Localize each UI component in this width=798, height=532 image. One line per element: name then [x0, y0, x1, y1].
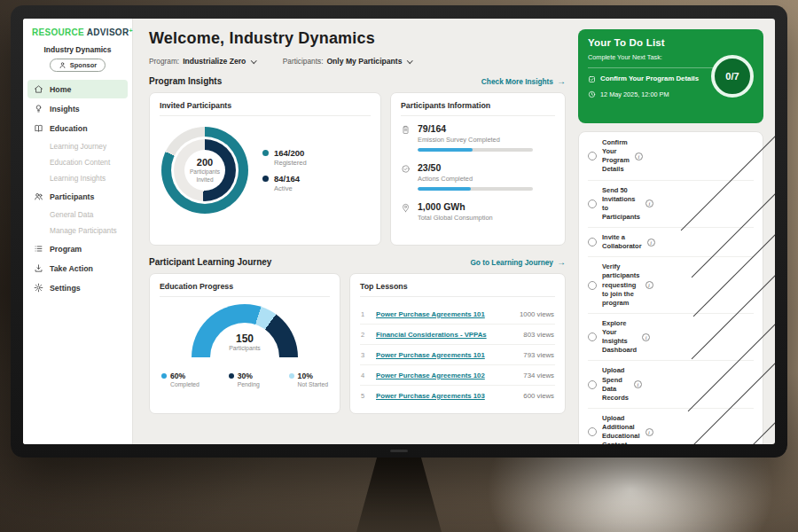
- sidebar-item-settings[interactable]: Settings: [27, 278, 128, 297]
- check-more-insights-link[interactable]: Check More Insights →: [481, 77, 566, 86]
- task-label: Upload Spend Data Records: [602, 366, 629, 403]
- stat-label: Emission Survey Completed: [418, 136, 533, 144]
- sidebar-item-take-action[interactable]: Take Action: [27, 259, 128, 278]
- task-checkbox[interactable]: [588, 427, 597, 436]
- legend-dot: [262, 150, 269, 156]
- org-name: Industry Dynamics: [23, 45, 132, 54]
- task-row[interactable]: Confirm Your Program Details i: [588, 133, 754, 181]
- lesson-row: 1 Power Purchase Agreements 101 1000 vie…: [360, 304, 555, 325]
- logo-advisor: ADVISOR: [87, 27, 129, 37]
- chevron-down-icon: [251, 58, 256, 63]
- legend-dot: [289, 373, 294, 379]
- info-icon[interactable]: i: [642, 333, 650, 341]
- lesson-views: 600 views: [523, 392, 554, 400]
- stat-value: 23/50: [418, 162, 533, 173]
- location-pin-icon: [401, 203, 411, 213]
- todo-next-task[interactable]: Confirm Your Program Details: [588, 67, 714, 83]
- lesson-link[interactable]: Power Purchase Agreements 102: [376, 372, 516, 379]
- sidebar-item-learning-journey[interactable]: Learning Journey: [27, 138, 128, 154]
- lesson-link[interactable]: Financial Considerations - VPPAs: [376, 331, 516, 339]
- card-title: Participants Information: [401, 101, 555, 116]
- todo-next-task-label: Confirm Your Program Details: [600, 74, 699, 82]
- lesson-views: 793 views: [523, 351, 554, 359]
- sidebar-item-learning-insights[interactable]: Learning Insights: [27, 170, 128, 186]
- sidebar-item-manage-participants[interactable]: Manage Participants: [27, 223, 128, 239]
- info-icon[interactable]: i: [645, 428, 653, 436]
- lesson-row: 5 Power Purchase Agreements 103 600 view…: [360, 386, 555, 405]
- program-filter-label: Program:: [149, 57, 179, 66]
- legend-value: 60%: [170, 372, 200, 380]
- sidebar-item-label: Participants: [50, 192, 94, 201]
- task-label: Upload Additional Educational Content: [602, 414, 640, 444]
- sidebar-item-education-content[interactable]: Education Content: [27, 154, 128, 170]
- info-icon[interactable]: i: [647, 239, 655, 246]
- legend-value: 30%: [238, 372, 260, 380]
- progress-bar: [418, 187, 533, 191]
- task-checkbox[interactable]: [588, 152, 597, 160]
- sidebar-item-participants[interactable]: Participants: [27, 187, 128, 206]
- task-checkbox[interactable]: [588, 200, 597, 208]
- lesson-link[interactable]: Power Purchase Agreements 103: [376, 392, 516, 400]
- task-label: Confirm Your Program Details: [602, 138, 630, 175]
- card-title: Education Progress: [160, 282, 330, 297]
- progress-bar: [418, 148, 533, 152]
- program-dropdown[interactable]: Program: Industrialize Zero: [149, 57, 256, 66]
- top-lessons-card: Top Lessons 1 Power Purchase Agreements …: [349, 273, 566, 414]
- legend-dot: [262, 176, 269, 182]
- donut-legend: 164/200 Registered 84/164 Active: [262, 141, 307, 200]
- chevron-down-icon: [408, 58, 413, 63]
- task-checkbox[interactable]: [588, 238, 597, 246]
- link-label: Check More Insights: [481, 77, 553, 86]
- lesson-rank: 1: [361, 310, 369, 318]
- info-icon[interactable]: i: [635, 153, 643, 160]
- info-icon[interactable]: i: [634, 380, 642, 388]
- task-checkbox[interactable]: [588, 380, 597, 389]
- person-icon: [59, 61, 66, 69]
- education-gauge-chart: 150 Participants: [188, 304, 301, 363]
- stat-label: Total Global Consumption: [418, 214, 493, 222]
- task-row[interactable]: Send 50 Invitations to Participants i: [588, 181, 754, 229]
- legend-label: Active: [274, 184, 300, 192]
- invited-donut-chart: 200 Participants Invited: [161, 127, 248, 214]
- participants-filter-value: Only My Participants: [326, 57, 402, 66]
- sidebar-item-label: Program: [50, 245, 82, 254]
- stat-value: 79/164: [418, 123, 533, 134]
- todo-next-time: 12 May 2025, 12:00 PM: [588, 90, 714, 98]
- lesson-link[interactable]: Power Purchase Agreements 101: [376, 310, 512, 318]
- todo-title: Your To Do List: [588, 37, 754, 48]
- lesson-link[interactable]: Power Purchase Agreements 101: [376, 351, 516, 359]
- sidebar-item-insights[interactable]: Insights: [27, 99, 128, 118]
- todo-summary-card: Your To Do List Complete Your Next Task:…: [578, 29, 763, 123]
- sponsor-label: Sponsor: [70, 61, 97, 69]
- lesson-row: 3 Power Purchase Agreements 101 793 view…: [360, 345, 555, 365]
- task-checkbox[interactable]: [588, 332, 597, 341]
- sidebar-item-education[interactable]: Education: [27, 119, 128, 137]
- task-label: Explore Your Insights Dashboard: [602, 319, 637, 356]
- sidebar-item-label: Insights: [50, 105, 80, 113]
- sidebar-item-label: Education: [50, 124, 88, 133]
- sidebar-item-program[interactable]: Program: [27, 239, 128, 258]
- go-to-learning-journey-link[interactable]: Go to Learning Journey →: [470, 258, 566, 267]
- gear-icon: [34, 283, 43, 293]
- sponsor-badge: Sponsor: [50, 59, 106, 72]
- lesson-rank: 5: [361, 392, 369, 400]
- lesson-rank: 4: [361, 372, 369, 379]
- sidebar-item-general-data[interactable]: General Data: [27, 207, 128, 223]
- info-icon[interactable]: i: [645, 281, 653, 289]
- sidebar-item-home[interactable]: Home: [27, 80, 128, 98]
- lightbulb-icon: [34, 104, 43, 113]
- todo-progress-ring: 0/7: [711, 55, 754, 98]
- legend-label: Registered: [274, 159, 307, 167]
- participants-dropdown[interactable]: Participants: Only My Participants: [283, 57, 412, 66]
- legend-value: 164/200: [274, 148, 307, 158]
- page-title: Welcome, Industry Dynamics: [149, 29, 566, 48]
- check-square-icon: [588, 75, 596, 83]
- clock-icon: [588, 90, 596, 98]
- task-checkbox[interactable]: [588, 281, 597, 290]
- card-title: Top Lessons: [360, 282, 555, 297]
- task-row[interactable]: Upload Additional Educational Content i: [588, 409, 754, 444]
- info-icon[interactable]: i: [645, 200, 653, 207]
- survey-icon: [401, 125, 411, 135]
- lesson-row: 4 Power Purchase Agreements 102 734 view…: [360, 365, 555, 386]
- take-action-icon: [34, 263, 43, 273]
